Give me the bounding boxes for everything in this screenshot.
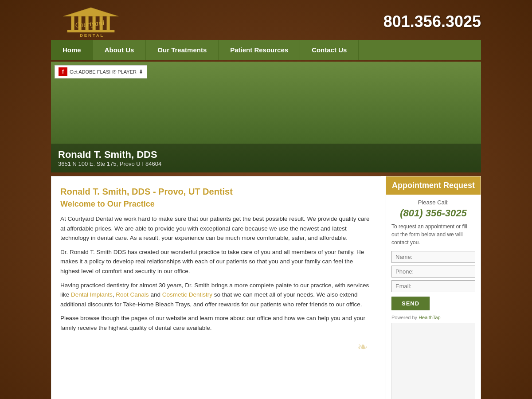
- doctor-name: Ronald T. Smith, DDS: [58, 149, 474, 160]
- doctor-address: 3651 N 100 E. Ste 175, Provo UT 84604: [58, 160, 474, 167]
- svg-marker-0: [63, 8, 118, 16]
- nav-home[interactable]: Home: [51, 40, 93, 60]
- main-content-area: Ronald T. Smith, DDS - Provo, UT Dentist…: [51, 176, 381, 399]
- logo-area: Courtyard DENTAL: [51, 4, 131, 40]
- nav-contact[interactable]: Contact Us: [300, 40, 359, 60]
- cosmetic-dentistry-link[interactable]: Cosmetic Dentistry: [162, 291, 212, 298]
- name-input[interactable]: [391, 251, 475, 263]
- nav-treatments[interactable]: Our Treatments: [146, 40, 219, 60]
- doctor-info: Ronald T. Smith, DDS 3651 N 100 E. Ste 1…: [51, 144, 481, 172]
- appointment-body: Please Call: (801) 356-3025 To request a…: [386, 195, 481, 399]
- flash-badge-text: Get ADOBE FLASH® PLAYER: [70, 69, 137, 74]
- appointment-sidebar: Appointment Request Please Call: (801) 3…: [386, 176, 481, 399]
- svg-rect-7: [67, 30, 115, 32]
- content-body: At Courtyard Dental we work hard to make…: [60, 214, 372, 333]
- main-nav: Home About Us Our Treatments Patient Res…: [51, 40, 481, 60]
- flash-badge[interactable]: f Get ADOBE FLASH® PLAYER ⬇: [55, 65, 147, 78]
- paragraph-4: Please browse though the pages of our we…: [60, 313, 372, 332]
- paragraph-2: Dr. Ronald T. Smith DDS has created our …: [60, 247, 372, 276]
- please-call-label: Please Call:: [391, 199, 475, 206]
- dental-implants-link[interactable]: Dental Implants: [71, 291, 113, 298]
- appointment-title: Appointment Request: [386, 176, 481, 195]
- svg-rect-6: [107, 16, 110, 30]
- decorative-flourish: ❧: [60, 337, 372, 356]
- svg-text:DENTAL: DENTAL: [80, 33, 104, 38]
- paragraph-1: At Courtyard Dental we work hard to make…: [60, 214, 372, 243]
- paragraph-3: Having practiced dentistry for almost 30…: [60, 281, 372, 309]
- send-button[interactable]: SEND: [391, 297, 430, 310]
- flash-icon: f: [59, 67, 67, 76]
- root-canals-link[interactable]: Root Canals: [116, 291, 149, 298]
- paragraph-3-between2: and: [149, 291, 162, 298]
- header-phone: 801.356.3025: [383, 4, 481, 31]
- svg-rect-1: [71, 16, 74, 30]
- appointment-description: To request an appointment or fill out th…: [391, 223, 475, 246]
- healthtap-link[interactable]: HealthTap: [419, 315, 441, 320]
- flash-download-icon: ⬇: [139, 69, 143, 75]
- hero-banner: f Get ADOBE FLASH® PLAYER ⬇ Ronald T. Sm…: [51, 62, 481, 172]
- welcome-heading: Welcome to Our Practice: [60, 200, 372, 209]
- phone-input[interactable]: [391, 266, 475, 278]
- powered-by-text: Powered by: [391, 315, 419, 320]
- page-heading: Ronald T. Smith, DDS - Provo, UT Dentist: [60, 185, 372, 198]
- logo-image: Courtyard DENTAL: [51, 4, 131, 40]
- email-input[interactable]: [391, 280, 475, 292]
- nav-patient-resources[interactable]: Patient Resources: [219, 40, 300, 60]
- nav-about[interactable]: About Us: [93, 40, 146, 60]
- powered-by: Powered by HealthTap: [391, 315, 475, 320]
- appointment-phone: (801) 356-3025: [391, 207, 475, 219]
- healthtap-widget: [391, 323, 475, 399]
